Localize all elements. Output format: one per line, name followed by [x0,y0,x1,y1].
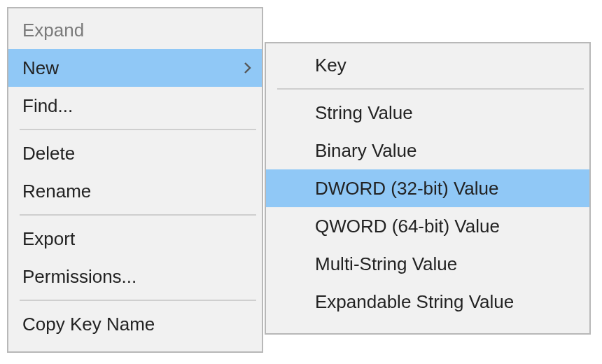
menu-item-label: Find... [22,95,253,117]
menu-separator [20,129,256,130]
menu-item-rename[interactable]: Rename [8,172,262,210]
menu-separator [20,300,256,301]
menu-item-label: Expandable String Value [315,291,581,313]
new-submenu: Key String Value Binary Value DWORD (32-… [265,42,591,335]
submenu-arrow-icon [242,62,253,74]
submenu-item-expandable-string-value[interactable]: Expandable String Value [266,283,589,321]
menu-item-expand: Expand [8,11,262,49]
menu-separator [20,214,256,216]
menu-item-label: DWORD (32-bit) Value [315,178,581,200]
menu-item-label: Key [315,55,581,76]
submenu-item-qword-value[interactable]: QWORD (64-bit) Value [266,207,589,245]
context-menu: Expand New Find... Delete Rename Export … [7,7,263,353]
menu-item-label: Copy Key Name [22,314,253,335]
menu-item-delete[interactable]: Delete [8,134,262,172]
menu-item-label: Rename [22,181,253,202]
menu-item-label: New [22,57,242,79]
submenu-item-string-value[interactable]: String Value [266,94,589,132]
menu-item-label: Permissions... [22,266,253,288]
menu-item-label: String Value [315,102,581,124]
menu-item-permissions[interactable]: Permissions... [8,258,262,295]
menu-item-new[interactable]: New [8,49,262,87]
menu-item-label: Delete [22,143,253,164]
menu-item-export[interactable]: Export [8,220,262,258]
menu-item-label: QWORD (64-bit) Value [315,216,581,237]
submenu-item-dword-value[interactable]: DWORD (32-bit) Value [266,169,589,207]
menu-item-copy-key-name[interactable]: Copy Key Name [8,305,262,343]
menu-item-label: Export [22,228,253,250]
menu-item-find[interactable]: Find... [8,87,262,125]
menu-item-label: Multi-String Value [315,253,581,275]
submenu-item-binary-value[interactable]: Binary Value [266,132,589,169]
submenu-item-multi-string-value[interactable]: Multi-String Value [266,245,589,283]
menu-separator [277,88,584,90]
submenu-item-key[interactable]: Key [266,46,589,84]
menu-item-label: Expand [22,20,253,41]
menu-item-label: Binary Value [315,140,581,162]
